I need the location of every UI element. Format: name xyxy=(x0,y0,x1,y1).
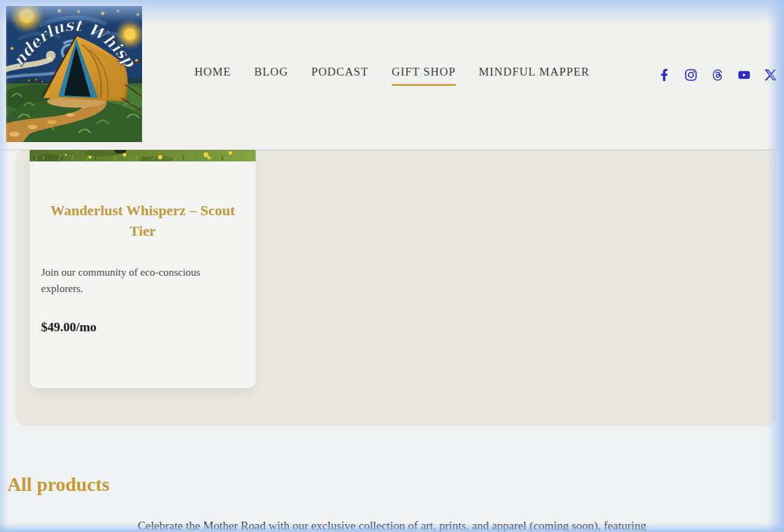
grass-meadow-photo xyxy=(30,150,256,161)
product-card-scout-tier[interactable]: Wanderlust Whisperz – Scout Tier Join ou… xyxy=(30,150,256,388)
product-image xyxy=(30,150,256,161)
site-header: Wanderlust Whisperz HOME BLOG PODCAST GI… xyxy=(0,0,784,149)
nav-item-podcast[interactable]: PODCAST xyxy=(311,65,369,86)
facebook-icon[interactable] xyxy=(658,69,670,81)
x-twitter-icon[interactable] xyxy=(765,69,777,81)
youtube-icon[interactable] xyxy=(738,69,750,81)
nav-item-home[interactable]: HOME xyxy=(195,65,232,86)
social-bar xyxy=(658,69,777,81)
product-price: $49.00/mo xyxy=(30,320,256,335)
nav-item-mindful-mapper[interactable]: MINDFUL MAPPER xyxy=(479,65,589,86)
all-products-intro-text: Celebrate the Mother Road with our exclu… xyxy=(0,518,784,532)
product-title[interactable]: Wanderlust Whisperz – Scout Tier xyxy=(30,200,256,241)
all-products-heading: All products xyxy=(7,472,109,496)
nav-item-blog[interactable]: BLOG xyxy=(254,65,288,86)
instagram-icon[interactable] xyxy=(685,69,697,81)
product-description: Join our community of eco-conscious expl… xyxy=(30,264,256,297)
nav-item-gift-shop[interactable]: GIFT SHOP xyxy=(392,65,456,86)
threads-icon[interactable] xyxy=(711,69,724,81)
membership-products-section: Wanderlust Whisperz – Scout Tier Join ou… xyxy=(15,149,777,426)
